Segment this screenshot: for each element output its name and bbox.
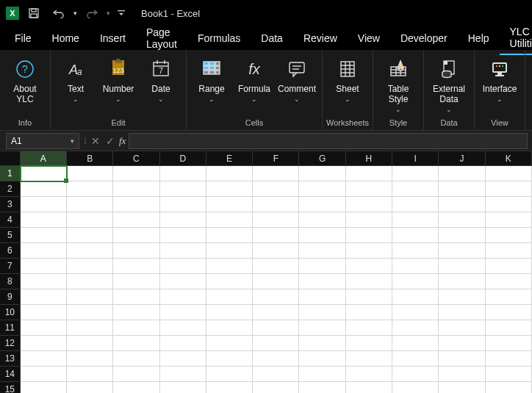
- cell-A12[interactable]: [21, 336, 67, 351]
- cell-C4[interactable]: [113, 212, 159, 228]
- col-header-I[interactable]: I: [392, 151, 439, 166]
- row-header-1[interactable]: 1: [0, 166, 21, 181]
- cell-J3[interactable]: [439, 197, 485, 212]
- cell-H4[interactable]: [346, 212, 392, 228]
- cell-H15[interactable]: [346, 382, 392, 393]
- cell-H13[interactable]: [346, 351, 392, 367]
- cell-G10[interactable]: [299, 305, 345, 320]
- cell-B9[interactable]: [67, 289, 113, 305]
- cell-C8[interactable]: [113, 274, 159, 289]
- cell-A13[interactable]: [21, 351, 67, 367]
- cell-D8[interactable]: [160, 274, 206, 289]
- cell-E3[interactable]: [206, 197, 253, 212]
- cell-H10[interactable]: [346, 305, 392, 320]
- redo-icon[interactable]: [82, 3, 102, 24]
- row-header-7[interactable]: 7: [0, 259, 21, 274]
- cell-J6[interactable]: [439, 243, 485, 259]
- undo-icon[interactable]: [48, 3, 69, 24]
- cell-G6[interactable]: [299, 243, 345, 259]
- cell-K9[interactable]: [486, 289, 532, 305]
- cell-K8[interactable]: [486, 274, 532, 289]
- cell-A2[interactable]: [21, 181, 67, 197]
- cell-J14[interactable]: [439, 367, 485, 382]
- cell-C13[interactable]: [113, 351, 159, 367]
- cell-C11[interactable]: [113, 320, 159, 336]
- cell-B13[interactable]: [67, 351, 113, 367]
- cell-K4[interactable]: [486, 212, 532, 228]
- tab-data[interactable]: Data: [251, 28, 293, 48]
- text-button[interactable]: AaText⌄: [55, 56, 96, 104]
- enter-formula-icon[interactable]: ✓: [103, 135, 118, 147]
- cell-G5[interactable]: [299, 228, 345, 243]
- cell-K7[interactable]: [486, 259, 532, 274]
- cell-E10[interactable]: [206, 305, 253, 320]
- cell-J11[interactable]: [439, 320, 485, 336]
- cell-K1[interactable]: [486, 166, 532, 181]
- cell-G14[interactable]: [299, 367, 345, 382]
- tablestyle-button[interactable]: Table Style⌄: [378, 56, 419, 115]
- cell-K12[interactable]: [486, 336, 532, 351]
- tab-help[interactable]: Help: [458, 28, 500, 48]
- cell-C12[interactable]: [113, 336, 159, 351]
- cell-G9[interactable]: [299, 289, 345, 305]
- cell-D7[interactable]: [160, 259, 206, 274]
- cell-B3[interactable]: [67, 197, 113, 212]
- formula-button[interactable]: fxFormula⌄: [234, 56, 275, 104]
- cell-A8[interactable]: [21, 274, 67, 289]
- cell-K10[interactable]: [486, 305, 532, 320]
- cell-G2[interactable]: [299, 181, 345, 197]
- cell-J1[interactable]: [439, 166, 485, 181]
- cell-E12[interactable]: [206, 336, 253, 351]
- row-header-14[interactable]: 14: [0, 367, 21, 382]
- cell-I6[interactable]: [392, 243, 439, 259]
- tab-formulas[interactable]: Formulas: [187, 28, 251, 48]
- cell-H9[interactable]: [346, 289, 392, 305]
- cell-I5[interactable]: [392, 228, 439, 243]
- cell-D5[interactable]: [160, 228, 206, 243]
- cell-H3[interactable]: [346, 197, 392, 212]
- cell-C10[interactable]: [113, 305, 159, 320]
- col-header-H[interactable]: H: [346, 151, 392, 166]
- cell-C9[interactable]: [113, 289, 159, 305]
- cell-F1[interactable]: [253, 166, 299, 181]
- cell-B6[interactable]: [67, 243, 113, 259]
- cell-F13[interactable]: [253, 351, 299, 367]
- cell-H12[interactable]: [346, 336, 392, 351]
- cell-E8[interactable]: [206, 274, 253, 289]
- cell-D2[interactable]: [160, 181, 206, 197]
- cell-G15[interactable]: [299, 382, 345, 393]
- cell-A15[interactable]: [21, 382, 67, 393]
- row-header-6[interactable]: 6: [0, 243, 21, 259]
- cell-E14[interactable]: [206, 367, 253, 382]
- cell-K6[interactable]: [486, 243, 532, 259]
- cell-D9[interactable]: [160, 289, 206, 305]
- cell-C14[interactable]: [113, 367, 159, 382]
- col-header-D[interactable]: D: [160, 151, 206, 166]
- cell-I2[interactable]: [392, 181, 439, 197]
- undo-chevron-icon[interactable]: ▾: [73, 10, 77, 17]
- cell-J10[interactable]: [439, 305, 485, 320]
- cell-H14[interactable]: [346, 367, 392, 382]
- extdata-button[interactable]: External Data⌄: [428, 56, 470, 115]
- name-box[interactable]: A1 ▾: [6, 133, 79, 149]
- fx-icon[interactable]: fx: [119, 135, 126, 147]
- cell-D1[interactable]: [160, 166, 206, 181]
- cell-C15[interactable]: [113, 382, 159, 393]
- row-header-4[interactable]: 4: [0, 212, 21, 228]
- cell-A7[interactable]: [21, 259, 67, 274]
- cell-F4[interactable]: [253, 212, 299, 228]
- col-header-B[interactable]: B: [67, 151, 113, 166]
- number-button[interactable]: 123Number⌄: [98, 56, 139, 104]
- range-button[interactable]: Range⌄: [191, 56, 232, 104]
- cell-J13[interactable]: [439, 351, 485, 367]
- row-header-15[interactable]: 15: [0, 382, 21, 393]
- cell-D4[interactable]: [160, 212, 206, 228]
- cell-A5[interactable]: [21, 228, 67, 243]
- cell-B8[interactable]: [67, 274, 113, 289]
- cell-J15[interactable]: [439, 382, 485, 393]
- tab-home[interactable]: Home: [42, 28, 90, 48]
- cell-E1[interactable]: [206, 166, 253, 181]
- cell-J12[interactable]: [439, 336, 485, 351]
- cell-I14[interactable]: [392, 367, 439, 382]
- cell-B7[interactable]: [67, 259, 113, 274]
